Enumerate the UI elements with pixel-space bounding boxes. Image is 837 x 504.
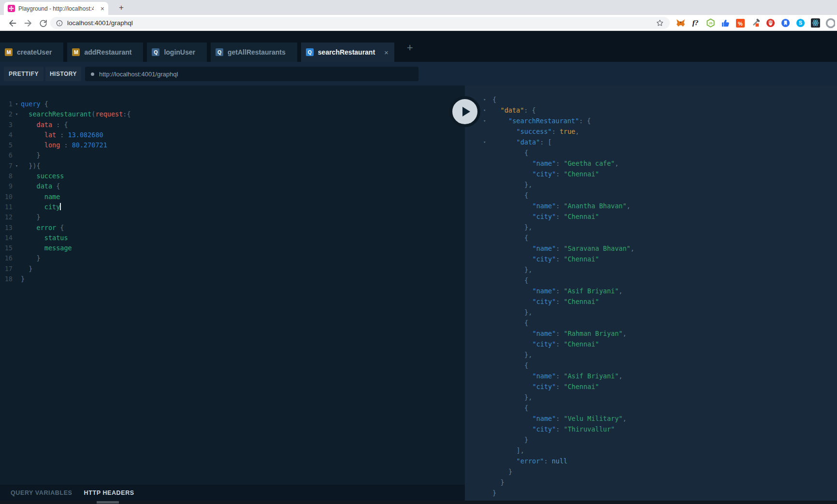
response-line: "city": "Chennai" (465, 254, 837, 264)
response-line: }, (465, 307, 837, 317)
execute-query-button[interactable] (449, 96, 480, 127)
variables-footer-bar: QUERY VARIABLES HTTP HEADERS (0, 485, 465, 501)
browser-tab[interactable]: Playground - http://localhost:400 × (4, 2, 108, 15)
back-arrow-icon (7, 18, 18, 29)
line-number: 7 (0, 161, 13, 171)
editor-lines: 1▾query {2▾ searchRestaurant(request:{3 … (0, 99, 465, 284)
play-icon (462, 107, 470, 116)
response-line: ▾"data": { (465, 105, 837, 115)
reload-button[interactable] (37, 17, 49, 29)
code-text: data : { (21, 120, 68, 130)
code-text: message (21, 243, 72, 253)
code-text: data { (21, 181, 60, 191)
line-number: 17 (0, 264, 13, 274)
response-line: "name": "Asif Briyani", (465, 286, 837, 296)
page-info-icon[interactable] (56, 20, 63, 27)
response-line: ▾{ (465, 94, 837, 105)
svg-text:JS: JS (708, 21, 712, 25)
code-text: } (21, 253, 41, 263)
endpoint-url: http://localhost:4001/graphql (99, 71, 178, 78)
colorzilla-icon[interactable] (750, 18, 760, 28)
forward-button[interactable] (22, 17, 34, 29)
svg-text:S: S (799, 20, 802, 26)
address-bar[interactable]: localhost:4001/graphql (50, 17, 670, 29)
editor-line: 3 data : { (0, 120, 465, 130)
code-text: name (21, 192, 60, 202)
fold-arrow-icon[interactable]: ▾ (13, 161, 21, 171)
fold-gutter (13, 130, 21, 140)
tab-close-icon[interactable]: × (101, 5, 104, 12)
response-line: "name": "Velu Military", (465, 413, 837, 424)
prettify-button[interactable]: PRETTIFY (4, 67, 43, 81)
editor-line: 1▾query { (0, 99, 465, 109)
fold-gutter (13, 171, 21, 181)
browser-tab-strip: Playground - http://localhost:400 × + (0, 0, 837, 15)
fold-arrow-icon[interactable]: ▾ (483, 94, 486, 105)
playground-tab-loginUser[interactable]: QloginUser (147, 43, 207, 62)
editor-line: 5 long : 80.270721 (0, 140, 465, 150)
fold-arrow-icon[interactable]: ▾ (483, 137, 486, 147)
fold-arrow-icon[interactable]: ▾ (483, 105, 486, 115)
line-number: 10 (0, 192, 13, 202)
react-devtools-icon[interactable] (810, 18, 820, 28)
query-variables-tab[interactable]: QUERY VARIABLES (11, 490, 72, 496)
response-line: } (465, 477, 837, 488)
forward-arrow-icon (23, 18, 33, 29)
operation-type-badge: Q (306, 48, 314, 56)
line-number: 2 (0, 109, 13, 119)
fold-gutter (13, 243, 21, 253)
playground-tab-addRestaurant[interactable]: MaddRestaurant (67, 43, 143, 62)
http-headers-tab[interactable]: HTTP HEADERS (84, 490, 134, 496)
new-playground-tab-button[interactable]: + (407, 43, 413, 53)
code-text: query { (21, 99, 48, 109)
skype-icon[interactable]: S (795, 18, 805, 28)
percent-icon[interactable]: % (736, 18, 745, 28)
editor-line: 6 } (0, 150, 465, 160)
close-tab-icon[interactable]: × (384, 48, 389, 57)
back-button[interactable] (6, 17, 19, 29)
fold-gutter (13, 181, 21, 191)
fold-arrow-icon[interactable]: ▾ (13, 109, 21, 119)
response-line: { (465, 190, 837, 201)
operation-type-badge: Q (152, 48, 159, 56)
response-line: { (465, 232, 837, 243)
history-button[interactable]: HISTORY (45, 67, 81, 81)
editor-line: 2▾ searchRestaurant(request:{ (0, 109, 465, 119)
fold-gutter (13, 223, 21, 233)
fold-arrow-icon[interactable]: ▾ (13, 99, 21, 109)
code-text: long : 80.270721 (21, 140, 107, 150)
stop-hand-icon[interactable] (765, 18, 775, 28)
bookmark-icon[interactable] (780, 18, 790, 28)
svg-text:%: % (738, 20, 743, 26)
thumbs-up-icon[interactable] (721, 18, 730, 28)
playground-tab-searchRestaurant[interactable]: QsearchRestaurant× (301, 43, 394, 62)
response-line: "city": "Chennai" (465, 296, 837, 307)
bookmark-star-icon[interactable] (656, 19, 664, 27)
endpoint-input[interactable]: http://localhost:4001/graphql (85, 67, 418, 81)
url-text: localhost:4001/graphql (67, 19, 133, 27)
response-line: }, (465, 264, 837, 275)
code-text: } (21, 274, 25, 284)
line-number: 8 (0, 171, 13, 181)
metamask-icon[interactable] (676, 18, 685, 28)
bottom-scrollbar-thumb[interactable] (97, 501, 119, 504)
code-text: status (21, 233, 68, 243)
fold-arrow-icon[interactable]: ▾ (483, 115, 486, 126)
fold-gutter (13, 233, 21, 243)
nodejs-icon[interactable]: JS (706, 18, 715, 28)
profile-avatar[interactable] (825, 18, 835, 28)
playground-tab-createUser[interactable]: McreateUser (0, 43, 63, 62)
fold-gutter (13, 120, 21, 130)
response-line: { (465, 275, 837, 286)
code-text: success (21, 171, 64, 181)
operation-type-badge: Q (216, 48, 223, 56)
playground-tab-getAllRestaurants[interactable]: QgetAllRestaurants (211, 43, 297, 62)
font-ninja-icon[interactable]: f? (691, 18, 700, 28)
new-tab-button[interactable]: + (115, 2, 128, 13)
editor-line: 7▾ }){ (0, 161, 465, 171)
code-text: }){ (21, 161, 41, 171)
response-line: }, (465, 179, 837, 190)
query-editor[interactable]: 1▾query {2▾ searchRestaurant(request:{3 … (0, 86, 465, 504)
tab-label: addRestaurant (84, 48, 131, 56)
response-line: ▾"searchRestaurant": { (465, 115, 837, 126)
